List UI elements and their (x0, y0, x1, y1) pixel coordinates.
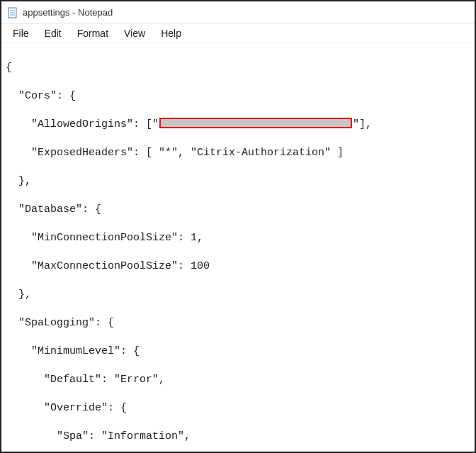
code-line: "Cors": { (6, 89, 472, 104)
code-line: "MinConnectionPoolSize": 1, (6, 231, 472, 245)
window-title: appsettings - Notepad (23, 7, 113, 18)
redacted-block (159, 118, 352, 128)
code-line: "Override": { (6, 401, 472, 415)
menu-help[interactable]: Help (154, 26, 188, 40)
menubar: File Edit Format View Help (1, 24, 475, 43)
code-line: "MaxConnectionPoolSize": 100 (6, 259, 472, 274)
code-line: }, (6, 288, 472, 302)
code-line: "ExposedHeaders": [ "*", "Citrix-Authori… (6, 146, 472, 160)
code-line: "Database": { (6, 203, 472, 217)
code-line: { (6, 61, 472, 75)
titlebar: appsettings - Notepad (1, 1, 475, 24)
menu-file[interactable]: File (6, 26, 36, 40)
text-editor[interactable]: { "Cors": { "AllowedOrigins": [""], "Exp… (1, 43, 475, 452)
code-line: "Spa": "Information", (6, 430, 472, 444)
code-line: "AllowedOrigins": [""], (6, 118, 472, 132)
code-line: "MinimumLevel": { (6, 345, 472, 359)
code-line: "SpaLogging": { (6, 316, 472, 330)
code-line: }, (6, 174, 472, 189)
code-text: "AllowedOrigins": [" (6, 118, 159, 130)
menu-format[interactable]: Format (70, 26, 115, 40)
code-line: "Default": "Error", (6, 373, 472, 387)
menu-edit[interactable]: Edit (38, 26, 69, 40)
code-text: "], (353, 118, 372, 130)
notepad-icon (7, 7, 18, 18)
menu-view[interactable]: View (117, 26, 152, 40)
